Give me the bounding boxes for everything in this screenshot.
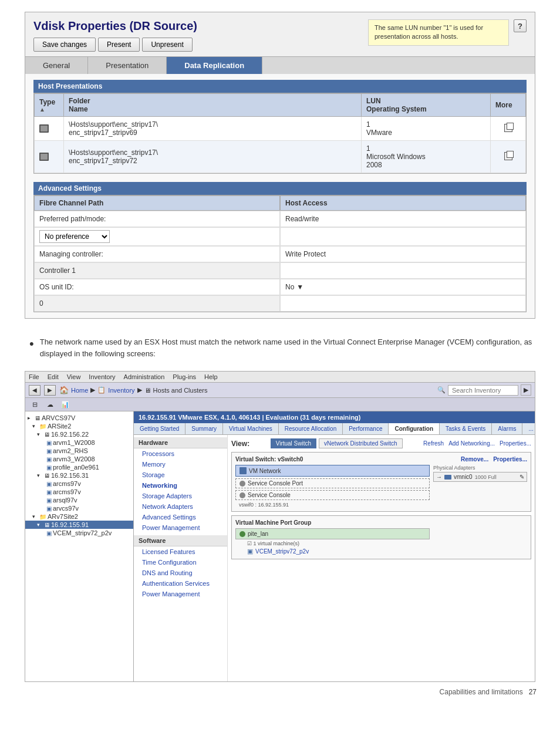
copy-icon-1[interactable] xyxy=(504,124,512,132)
tab-performance[interactable]: Performance xyxy=(343,423,389,434)
datacenter-icon: 🖥 xyxy=(35,415,41,421)
advanced-grid: Fibre Channel Path Host Access Preferred… xyxy=(34,195,526,312)
vm-icon-3: ▣ xyxy=(46,456,52,463)
tree-item-vm1[interactable]: ▣ arvm1_W2008 xyxy=(25,438,133,447)
tab-getting-started[interactable]: Getting Started xyxy=(134,423,185,434)
vswitch0-properties[interactable]: Properties... xyxy=(493,456,527,463)
content-panel: 16.92.155.91 VMware ESX, 4.1.0, 406143 |… xyxy=(134,411,535,681)
tree-item-vcem-vm[interactable]: ▣ VCEM_stripv72_p2v xyxy=(25,529,133,537)
toolbar-icon-3[interactable]: 📊 xyxy=(59,399,71,410)
refresh-link[interactable]: Refresh xyxy=(423,440,444,447)
managing-controller-value: Controller 1 xyxy=(34,262,280,279)
tree-expand-dc2[interactable]: ▾ xyxy=(37,472,43,478)
tree-item-h2[interactable]: ▣ arcms97v xyxy=(25,488,133,496)
toolbar-icon-1[interactable]: ⊟ xyxy=(29,399,41,410)
search-input[interactable] xyxy=(448,385,518,396)
no-value-cell[interactable]: No ▼ xyxy=(280,279,526,295)
menu-file[interactable]: File xyxy=(29,373,39,380)
tree-expand-arsite2[interactable]: ▾ xyxy=(32,423,38,429)
sw-dns[interactable]: DNS and Routing xyxy=(134,568,227,578)
hw-network-adapters[interactable]: Network Adapters xyxy=(134,501,227,512)
read-write-cell: Read/write xyxy=(280,211,526,227)
tab-tasks-events[interactable]: Tasks & Events xyxy=(440,423,492,434)
help-button[interactable]: ? xyxy=(514,19,527,32)
unpresent-button[interactable]: Unpresent xyxy=(142,38,192,52)
hw-processors[interactable]: Processors xyxy=(134,448,227,459)
sw-power[interactable]: Power Management xyxy=(134,589,227,599)
hw-power-management[interactable]: Power Management xyxy=(134,522,227,533)
cell-type-1 xyxy=(35,117,64,141)
vswitch0-remove[interactable]: Remove... xyxy=(461,456,488,463)
hw-storage-adapters[interactable]: Storage Adapters xyxy=(134,491,227,501)
preferred-path-value-cell[interactable]: No preference xyxy=(34,227,280,246)
tree-item-h3[interactable]: ▣ arsql97v xyxy=(25,496,133,504)
add-networking-link[interactable]: Add Networking... xyxy=(448,440,495,447)
tab-more[interactable]: ... xyxy=(522,423,535,434)
present-button[interactable]: Present xyxy=(98,38,140,52)
menu-edit[interactable]: Edit xyxy=(48,373,59,380)
tab-alarms[interactable]: Alarms xyxy=(492,423,522,434)
tree-item-vm2[interactable]: ▣ arvm2_RHS xyxy=(25,447,133,455)
tree-expand-dc1[interactable]: ▾ xyxy=(37,431,43,437)
vcem-vm-link[interactable]: ▣ VCEM_stripv72_p2v xyxy=(247,548,430,555)
tab-virtual-machines[interactable]: Virtual Machines xyxy=(223,423,279,434)
vswitch0-header: Virtual Switch: vSwitch0 Remove... Prope… xyxy=(235,456,527,463)
tree-item-arsite2[interactable]: ▾ 📁 ARSite2 xyxy=(25,422,133,430)
properties-link[interactable]: Properties... xyxy=(500,440,531,447)
vnetwork-distributed-tab[interactable]: vNetwork Distributed Switch xyxy=(319,438,402,448)
host-info-bar: 16.92.155.91 VMware ESX, 4.1.0, 406143 |… xyxy=(134,411,535,423)
tab-data-replication[interactable]: Data Replication xyxy=(167,57,262,74)
menu-plugins[interactable]: Plug-ins xyxy=(173,373,196,380)
menu-help[interactable]: Help xyxy=(204,373,218,380)
tab-resource-allocation[interactable]: Resource Allocation xyxy=(279,423,343,434)
hw-networking[interactable]: Networking xyxy=(134,480,227,491)
tab-configuration[interactable]: Configuration xyxy=(389,423,440,434)
breadcrumb-inventory[interactable]: Inventory xyxy=(108,387,134,394)
copy-icon-2[interactable] xyxy=(504,152,512,160)
menu-administration[interactable]: Administration xyxy=(124,373,165,380)
hw-memory[interactable]: Memory xyxy=(134,459,227,470)
tree-expand-dc3[interactable]: ▾ xyxy=(37,522,43,528)
tab-general[interactable]: General xyxy=(25,57,88,74)
os-unit-id-label: OS unit ID: xyxy=(34,279,280,295)
tree-item-dc3[interactable]: ▾ 🖥 16.92.155.91 xyxy=(25,521,133,529)
sw-auth[interactable]: Authentication Services xyxy=(134,578,227,589)
preferred-path-select[interactable]: No preference xyxy=(39,230,110,243)
hw-storage[interactable]: Storage xyxy=(134,470,227,480)
tree-item-vm4[interactable]: ▣ profile_an0e961 xyxy=(25,463,133,471)
nav-back-button[interactable]: ◀ xyxy=(29,385,41,396)
cell-lun-2: 1 Microsoft Windows 2008 xyxy=(362,141,491,173)
tree-item-dc1[interactable]: ▾ 🖥 16.92.156.22 xyxy=(25,430,133,438)
content-tabs: Getting Started Summary Virtual Machines… xyxy=(134,423,535,435)
tab-presentation[interactable]: Presentation xyxy=(88,57,167,74)
vswitch2-body: pite_lan ☑ 1 virtual machine(s) ▣ VCEM_s… xyxy=(235,528,527,555)
tree-item-site1[interactable]: ▾ 📁 ARv7Site2 xyxy=(25,512,133,521)
hw-advanced-settings[interactable]: Advanced Settings xyxy=(134,512,227,522)
tree-expand-site1[interactable]: ▾ xyxy=(32,514,38,519)
cell-more-1[interactable] xyxy=(491,117,526,141)
tree-item-root[interactable]: ▸ 🖥 ARVCS97V xyxy=(25,414,133,422)
search-go-icon[interactable]: ▶ xyxy=(521,384,531,396)
tree-item-h4[interactable]: ▣ arvcs97v xyxy=(25,504,133,512)
sw-time[interactable]: Time Configuration xyxy=(134,557,227,568)
fibre-channel-header: Fibre Channel Path xyxy=(34,195,280,211)
tree-item-h1[interactable]: ▣ arcms97v xyxy=(25,480,133,488)
sw-licensed[interactable]: Licensed Features xyxy=(134,546,227,557)
vswitch0-right: Physical Adapters → vmnic0 1000 Full ✎ xyxy=(433,465,527,508)
cell-folder-1: \Hosts\support\enc_stripv17\ enc_stripv1… xyxy=(64,117,362,141)
breadcrumb-home[interactable]: Home xyxy=(71,387,88,394)
nav-forward-button[interactable]: ▶ xyxy=(44,385,56,396)
menu-inventory[interactable]: Inventory xyxy=(89,373,115,380)
tree-item-dc2[interactable]: ▾ 🖥 16.92.156.31 xyxy=(25,471,133,480)
tab-summary[interactable]: Summary xyxy=(185,423,223,434)
vsphere-panel: File Edit View Inventory Administration … xyxy=(25,371,535,682)
menu-view[interactable]: View xyxy=(67,373,81,380)
cell-more-2[interactable] xyxy=(491,141,526,173)
save-changes-button[interactable]: Save changes xyxy=(33,38,96,52)
virtual-switch-tab[interactable]: Virtual Switch xyxy=(271,438,316,448)
tree-expand-root[interactable]: ▸ xyxy=(28,415,33,421)
vswitch0-actions: Remove... Properties... xyxy=(461,456,527,463)
search-icon: 🔍 xyxy=(437,386,446,394)
tree-item-vm3[interactable]: ▣ arvm3_W2008 xyxy=(25,455,133,463)
toolbar-icon-2[interactable]: ☁ xyxy=(44,399,56,410)
